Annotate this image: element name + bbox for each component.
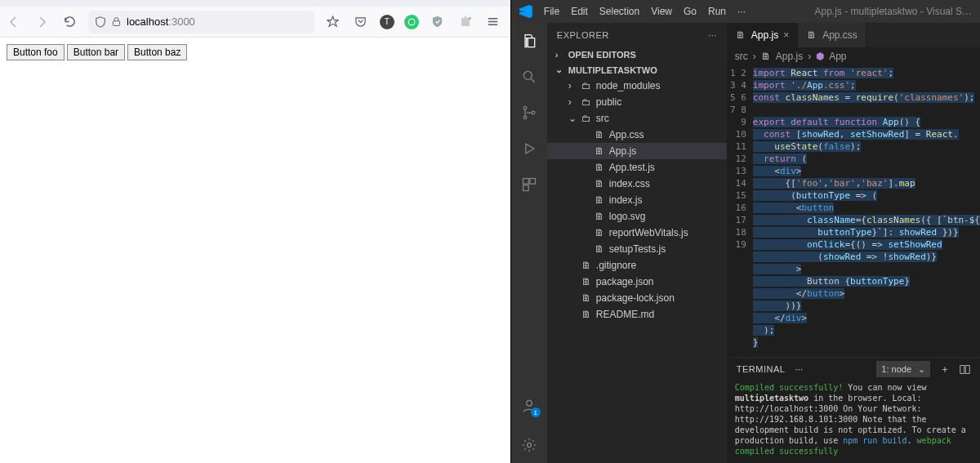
open-editors-section[interactable]: ›OPEN EDITORS (547, 47, 727, 62)
search-icon[interactable] (519, 67, 539, 87)
file-tree: ›🗀node_modules›🗀public⌄🗀src🗎App.css🗎App.… (547, 78, 727, 463)
reload-button[interactable] (60, 13, 78, 31)
svg-point-1 (408, 19, 415, 25)
pocket-icon[interactable] (352, 13, 370, 31)
address-bar[interactable]: localhost:3000 (88, 11, 314, 33)
terminal-shell-select[interactable]: 1: node ⌄ (876, 361, 930, 377)
menu-go[interactable]: Go (684, 6, 697, 17)
page-content: Button foo Button bar Button baz (0, 38, 510, 463)
editor-tabs: 🗎 App.js × 🗎 App.css (727, 23, 980, 47)
source-control-icon[interactable] (519, 103, 539, 122)
svg-rect-15 (965, 365, 969, 373)
browser-window: localhost:3000 T x Butto (0, 0, 511, 463)
folder-node_modules[interactable]: ›🗀node_modules (547, 78, 727, 94)
tab-label: App.css (822, 29, 858, 41)
vscode-logo-icon (519, 5, 532, 18)
puzzle-ext-icon[interactable]: x (457, 13, 474, 31)
folder-public[interactable]: ›🗀public (547, 94, 727, 110)
svg-point-6 (523, 106, 527, 109)
menu-run[interactable]: Run (708, 6, 726, 17)
crumb-file[interactable]: App.js (776, 51, 803, 62)
chevron-icon: › (753, 51, 756, 62)
new-terminal-icon[interactable]: ＋ (940, 363, 950, 376)
browser-toolbar: localhost:3000 T x (0, 7, 510, 38)
browser-tabstrip (0, 0, 510, 7)
settings-icon[interactable] (519, 435, 539, 455)
svg-point-3 (464, 16, 466, 18)
explorer-icon[interactable] (519, 31, 539, 51)
explorer-header: EXPLORER ··· (547, 23, 727, 47)
crumb-src[interactable]: src (735, 51, 748, 62)
shield-icon (95, 16, 106, 28)
file-icon: 🗎 (806, 29, 817, 41)
breadcrumbs[interactable]: src › 🗎 App.js › ⬢ App (727, 47, 980, 65)
crumb-symbol[interactable]: App (829, 51, 846, 62)
lock-icon (111, 16, 122, 27)
vscode-window: File Edit Selection View Go Run ··· App.… (511, 0, 980, 463)
svg-rect-9 (523, 179, 528, 185)
close-icon[interactable]: × (783, 29, 789, 41)
ext-t-icon[interactable]: T (380, 15, 394, 29)
file-App-css[interactable]: 🗎App.css (547, 127, 727, 143)
svg-rect-14 (960, 365, 964, 373)
menu-edit[interactable]: Edit (571, 6, 588, 17)
file-setupTests-js[interactable]: 🗎setupTests.js (547, 241, 727, 257)
terminal-title[interactable]: TERMINAL (737, 364, 786, 374)
terminal-more-icon[interactable]: ··· (795, 363, 803, 375)
svg-rect-0 (113, 21, 119, 26)
tab-app-css[interactable]: 🗎 App.css (798, 23, 866, 47)
svg-rect-11 (523, 185, 528, 191)
menu-overflow[interactable]: ··· (737, 6, 746, 17)
hamburger-icon[interactable] (484, 13, 502, 31)
svg-rect-10 (530, 179, 536, 185)
app-button-baz[interactable]: Button baz (127, 44, 187, 60)
browser-extensions: T x (352, 13, 506, 31)
menu-view[interactable]: View (651, 6, 672, 17)
url-text: localhost:3000 (127, 16, 195, 28)
line-gutter: 1 2 3 4 5 6 7 8 9 10 11 12 13 14 15 16 1… (727, 65, 753, 357)
explorer-title: EXPLORER (557, 30, 609, 40)
button-row: Button foo Button bar Button baz (7, 44, 504, 60)
svg-point-7 (523, 116, 527, 119)
vscode-titlebar: File Edit Selection View Go Run ··· App.… (511, 0, 980, 23)
code-editor[interactable]: 1 2 3 4 5 6 7 8 9 10 11 12 13 14 15 16 1… (727, 65, 980, 357)
activity-bar: 1 (511, 23, 547, 463)
app-button-foo[interactable]: Button foo (7, 44, 65, 60)
explorer-more-icon[interactable]: ··· (708, 30, 717, 40)
file-index-js[interactable]: 🗎index.js (547, 192, 727, 208)
extensions-icon[interactable] (519, 175, 539, 194)
shield-ext-icon[interactable] (429, 13, 447, 31)
folder-src[interactable]: ⌄🗀src (547, 110, 727, 127)
file-package-json[interactable]: 🗎package.json (547, 274, 727, 290)
file-logo-svg[interactable]: 🗎logo.svg (547, 208, 727, 225)
bookmark-icon[interactable] (324, 13, 342, 31)
back-button[interactable] (5, 13, 23, 31)
chevron-icon: › (808, 51, 811, 62)
file-index-css[interactable]: 🗎index.css (547, 176, 727, 192)
tab-app-js[interactable]: 🗎 App.js × (727, 23, 798, 47)
code-content[interactable]: import React from 'react'; import './App… (753, 65, 980, 357)
project-section[interactable]: ⌄MULTIPLETASKTWO (547, 62, 727, 78)
window-title: App.js - multipletasktwo - Visual S… (814, 6, 972, 17)
ext-green-icon[interactable] (404, 15, 419, 29)
svg-point-13 (527, 443, 531, 447)
svg-text:x: x (469, 16, 471, 20)
menu-selection[interactable]: Selection (599, 6, 639, 17)
file--gitignore[interactable]: 🗎.gitignore (547, 257, 727, 274)
svg-point-12 (526, 400, 532, 406)
account-icon[interactable]: 1 (519, 396, 539, 416)
tab-label: App.js (751, 29, 778, 41)
split-terminal-icon[interactable] (960, 364, 970, 375)
file-icon: 🗎 (735, 29, 746, 41)
file-reportWebVitals-js[interactable]: 🗎reportWebVitals.js (547, 225, 727, 241)
editor-pane: 🗎 App.js × 🗎 App.css src › 🗎 App.js › ⬢ … (727, 23, 980, 463)
file-App-test-js[interactable]: 🗎App.test.js (547, 159, 727, 176)
forward-button[interactable] (33, 13, 51, 31)
file-package-lock-json[interactable]: 🗎package-lock.json (547, 290, 727, 306)
app-button-bar[interactable]: Button bar (67, 44, 125, 60)
file-App-js[interactable]: 🗎App.js (547, 143, 727, 159)
menu-file[interactable]: File (544, 6, 559, 17)
terminal-output[interactable]: Compiled successfully! You can now view … (727, 381, 980, 463)
file-README-md[interactable]: 🗎README.md (547, 306, 727, 323)
run-debug-icon[interactable] (519, 139, 539, 158)
